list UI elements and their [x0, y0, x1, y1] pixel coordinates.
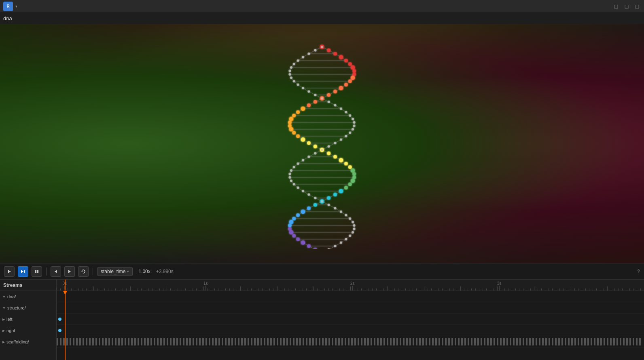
- track-bar-scaffolding: [57, 338, 642, 345]
- svg-point-94: [297, 59, 299, 62]
- timeline-area: Streams ▼ dna/ ▼ structure/ ▶ left ▶ rig…: [0, 279, 644, 360]
- svg-point-38: [353, 73, 356, 76]
- dna-triangle: ▼: [2, 295, 6, 299]
- svg-point-64: [344, 162, 347, 165]
- control-bar: stable_time ▾ 1.00x +3.990s ?: [0, 263, 644, 279]
- svg-point-114: [352, 128, 354, 131]
- ruler-label-1s: 1s: [203, 281, 208, 286]
- svg-point-89: [314, 248, 317, 249]
- structure-triangle: ▼: [2, 306, 6, 310]
- time-mode-chevron: ▾: [127, 269, 129, 274]
- svg-point-81: [289, 220, 293, 224]
- svg-point-93: [302, 56, 304, 58]
- svg-point-110: [349, 114, 351, 117]
- svg-rect-152: [24, 270, 25, 273]
- svg-point-139: [345, 214, 347, 216]
- stream-item-right[interactable]: ▶ right: [0, 325, 56, 336]
- back-button[interactable]: [51, 266, 61, 277]
- svg-point-138: [340, 211, 342, 213]
- svg-point-91: [314, 49, 316, 51]
- stream-item-dna[interactable]: ▼ dna/: [0, 291, 56, 302]
- stream-label-right: right: [6, 328, 15, 333]
- svg-point-108: [340, 107, 342, 110]
- stream-label-left: left: [6, 317, 13, 322]
- step-forward-button[interactable]: [18, 266, 28, 277]
- top-bar-right: □ □ □: [612, 3, 641, 10]
- svg-point-36: [351, 65, 355, 69]
- ruler-label-3s: 3s: [497, 281, 502, 286]
- svg-point-105: [321, 97, 323, 99]
- app-logo[interactable]: R: [3, 2, 13, 11]
- svg-point-72: [339, 189, 343, 193]
- stream-item-scaffolding[interactable]: ▶ scaffolding/: [0, 336, 56, 347]
- play-button[interactable]: [4, 266, 15, 277]
- svg-point-77: [307, 206, 310, 210]
- svg-point-131: [297, 186, 299, 189]
- streams-header: Streams: [0, 280, 56, 291]
- svg-point-125: [293, 166, 295, 168]
- svg-point-95: [293, 63, 295, 65]
- svg-point-137: [334, 207, 337, 209]
- stream-item-left[interactable]: ▶ left: [0, 314, 56, 325]
- svg-point-88: [307, 244, 310, 248]
- window-icon-1[interactable]: □: [612, 3, 620, 10]
- streams-panel: Streams ▼ dna/ ▼ structure/ ▶ left ▶ rig…: [0, 280, 57, 360]
- svg-point-147: [340, 241, 342, 244]
- svg-marker-150: [8, 270, 11, 273]
- stream-item-structure[interactable]: ▼ structure/: [0, 302, 56, 314]
- track-row-structure: [57, 302, 644, 314]
- svg-point-136: [328, 204, 330, 206]
- top-bar-dropdown-arrow[interactable]: ▾: [15, 4, 17, 8]
- help-icon[interactable]: ?: [637, 269, 640, 274]
- svg-point-65: [348, 165, 352, 168]
- scaffolding-triangle: ▶: [2, 340, 5, 344]
- svg-point-129: [290, 179, 292, 182]
- svg-point-76: [314, 203, 317, 206]
- svg-point-106: [328, 101, 330, 103]
- svg-point-56: [297, 135, 300, 138]
- timeline-tracks[interactable]: 0s 1s 2s 3s: [57, 280, 644, 360]
- svg-point-124: [297, 162, 299, 165]
- svg-point-135: [321, 200, 323, 202]
- svg-point-120: [321, 149, 323, 151]
- window-icon-2[interactable]: □: [623, 3, 630, 10]
- svg-point-144: [352, 231, 354, 234]
- svg-point-55: [292, 131, 296, 134]
- svg-point-115: [349, 131, 351, 134]
- svg-point-112: [353, 121, 356, 124]
- svg-point-61: [327, 152, 330, 155]
- dna-svg: [257, 39, 387, 249]
- top-bar-left: R ▾: [3, 2, 17, 11]
- svg-point-32: [334, 52, 337, 55]
- svg-point-96: [290, 66, 292, 69]
- svg-point-92: [307, 53, 310, 55]
- svg-point-48: [301, 107, 305, 111]
- pause-button[interactable]: [32, 266, 42, 277]
- svg-point-59: [314, 145, 317, 148]
- svg-point-62: [334, 155, 337, 158]
- refresh-button[interactable]: [78, 266, 89, 277]
- time-mode-selector[interactable]: stable_time ▾: [97, 267, 133, 276]
- ruler-mark-2s: 2s: [350, 280, 355, 291]
- svg-point-43: [334, 90, 337, 93]
- svg-point-119: [328, 145, 330, 147]
- svg-point-41: [344, 83, 347, 86]
- svg-point-104: [314, 94, 316, 96]
- svg-point-66: [351, 168, 355, 173]
- track-dot-right: [58, 329, 61, 332]
- svg-point-49: [297, 110, 300, 114]
- track-row-left: [57, 314, 644, 325]
- svg-point-127: [288, 173, 291, 175]
- timeline-ruler: 0s 1s 2s 3s: [57, 280, 644, 291]
- svg-point-73: [334, 193, 337, 196]
- top-bar: R ▾ □ □ □: [0, 0, 644, 13]
- ruler-label-2s: 2s: [350, 281, 355, 286]
- forward-button[interactable]: [64, 266, 75, 277]
- svg-point-68: [353, 176, 356, 179]
- svg-point-134: [314, 197, 316, 199]
- svg-point-97: [288, 69, 291, 72]
- svg-point-99: [290, 76, 292, 79]
- stream-label-structure: structure/: [7, 305, 26, 310]
- window-icon-3[interactable]: □: [633, 3, 641, 10]
- speed-display: 1.00x: [136, 268, 153, 275]
